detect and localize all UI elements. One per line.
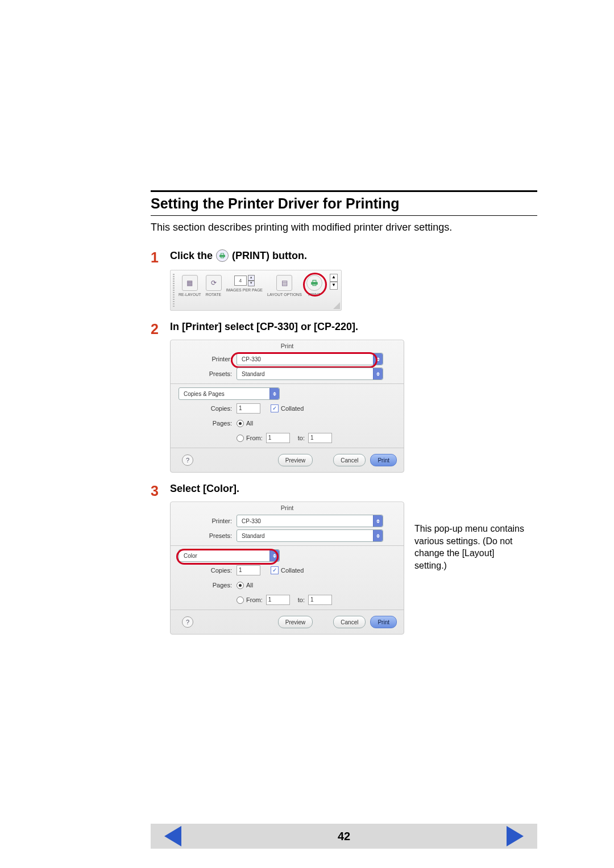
step-3: 3 Select [Color]. Print Printer: CP-330 … — [151, 483, 537, 635]
toolbar-scroll-arrows: ▲▼ — [330, 274, 338, 290]
print-button-3[interactable]: Print — [370, 616, 397, 628]
step-1-text-pre: Click the — [170, 250, 213, 262]
pages-to-label-3: to: — [298, 596, 305, 603]
presets-label: Presets: — [171, 370, 237, 377]
panel-select[interactable]: Copies & Pages — [179, 387, 280, 400]
toolbar-images-per-page: 4 ▲ ▼ IMAGES PER PAGE — [226, 275, 263, 292]
print-dialog-step3: Print Printer: CP-330 Presets: Standard — [170, 502, 404, 635]
pages-to-input-3[interactable]: 1 — [308, 595, 332, 605]
copies-input-3[interactable]: 1 — [237, 565, 260, 575]
toolbar-rotate: ⟳ ROTATE — [206, 275, 222, 297]
pages-all-label: All — [246, 420, 253, 427]
presets-select-3[interactable]: Standard — [237, 529, 383, 542]
cancel-button-3[interactable]: Cancel — [333, 616, 366, 628]
print-dialog-step2: Print Printer: CP-330 Presets: Standard — [170, 340, 404, 473]
help-button[interactable]: ? — [182, 454, 193, 466]
presets-select-value: Standard — [242, 371, 265, 377]
toolbar-images-label: IMAGES PER PAGE — [226, 288, 263, 292]
presets-label-3: Presets: — [171, 532, 237, 539]
toolbar-layout-options: ▤ LAYOUT OPTIONS — [267, 275, 302, 297]
printer-label-3: Printer: — [171, 518, 237, 524]
print-button[interactable]: Print — [370, 454, 397, 466]
printer-select-3[interactable]: CP-330 — [237, 515, 383, 527]
pages-to-input[interactable]: 1 — [308, 433, 332, 443]
printer-select-value-3: CP-330 — [242, 518, 261, 524]
relayout-icon: ▦ — [182, 275, 198, 291]
help-button-3[interactable]: ? — [182, 616, 193, 628]
highlight-printer-select — [231, 352, 377, 368]
next-page-button[interactable] — [507, 826, 524, 846]
toolbar-layout-label: LAYOUT OPTIONS — [267, 293, 302, 297]
toolbar-relayout-label: RE-LAYOUT — [179, 293, 201, 297]
toolbar-print: PRINT — [306, 275, 322, 297]
highlight-circle-print — [303, 273, 327, 297]
printer-label: Printer: — [171, 356, 237, 362]
pages-label-3: Pages: — [171, 582, 237, 589]
rotate-icon: ⟳ — [206, 275, 222, 291]
cancel-button[interactable]: Cancel — [333, 454, 366, 466]
toolbar-relayout: ▦ RE-LAYOUT — [179, 275, 201, 297]
highlight-color-select — [176, 549, 279, 565]
pages-all-radio[interactable] — [237, 420, 244, 427]
pages-from-input[interactable]: 1 — [266, 433, 290, 443]
dialog-title-3: Print — [171, 502, 404, 514]
step-3-text: Select [Color]. — [170, 483, 239, 495]
layout-options-icon: ▤ — [276, 275, 292, 291]
side-note: This pop-up menu contains various settin… — [414, 523, 528, 571]
copies-label-3: Copies: — [171, 567, 237, 574]
page-number: 42 — [181, 830, 507, 843]
preview-button[interactable]: Preview — [278, 454, 313, 466]
pages-from-input-3[interactable]: 1 — [266, 595, 290, 605]
step-1-number: 1 — [151, 249, 170, 266]
print-icon — [216, 249, 229, 262]
pages-from-label: From: — [246, 435, 263, 441]
copies-label: Copies: — [171, 405, 237, 412]
prev-page-button[interactable] — [164, 826, 181, 846]
step-2: 2 In [Printer] select [CP-330] or [CP-22… — [151, 321, 537, 473]
step-2-number: 2 — [151, 321, 170, 337]
step-1: 1 Click the (PRINT) button. ▦ RE-LAYO — [151, 249, 537, 311]
panel-select-value: Copies & Pages — [184, 391, 225, 397]
page-footer: 42 — [151, 824, 537, 849]
copies-input[interactable]: 1 — [237, 403, 260, 414]
collated-label: Collated — [281, 405, 304, 412]
section-intro: This section describes printing with mod… — [151, 222, 537, 233]
section-heading: Setting the Printer Driver for Printing — [151, 195, 537, 212]
resize-corner-icon — [333, 302, 340, 309]
toolbar-figure: ▦ RE-LAYOUT ⟳ ROTATE 4 ▲ — [170, 270, 342, 311]
collated-label-3: Collated — [281, 567, 304, 574]
presets-select[interactable]: Standard — [237, 368, 383, 380]
dialog-title: Print — [171, 340, 404, 352]
toolbar-rotate-label: ROTATE — [206, 293, 221, 297]
collated-checkbox-3[interactable] — [271, 566, 279, 574]
pages-all-radio-3[interactable] — [237, 582, 244, 589]
step-2-text: In [Printer] select [CP-330] or [CP-220]… — [170, 321, 358, 333]
pages-from-label-3: From: — [246, 596, 263, 603]
step-3-number: 3 — [151, 483, 170, 499]
collated-checkbox[interactable] — [271, 404, 279, 412]
pages-label: Pages: — [171, 420, 237, 427]
pages-to-label: to: — [298, 435, 305, 441]
preview-button-3[interactable]: Preview — [278, 616, 313, 628]
step-1-text-post: (PRINT) button. — [232, 250, 307, 262]
images-per-page-value: 4 — [234, 276, 247, 286]
pages-from-radio-3[interactable] — [237, 596, 244, 604]
pages-all-label-3: All — [246, 582, 253, 589]
presets-select-value-3: Standard — [242, 533, 265, 539]
pages-from-radio[interactable] — [237, 435, 244, 442]
